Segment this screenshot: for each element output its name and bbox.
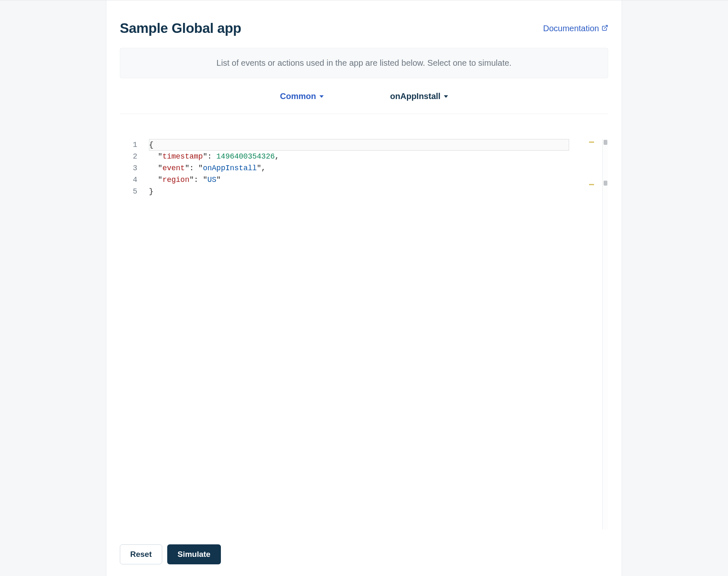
line-number: 4 bbox=[120, 174, 137, 186]
documentation-link[interactable]: Documentation bbox=[543, 24, 608, 33]
header-row: Sample Global app Documentation bbox=[120, 20, 608, 48]
editor-overview-ruler bbox=[586, 139, 594, 529]
line-number-gutter: 1 2 3 4 5 bbox=[120, 139, 145, 529]
event-dropdown[interactable]: onAppInstall bbox=[390, 92, 448, 101]
simulate-button[interactable]: Simulate bbox=[167, 544, 221, 564]
line-number: 2 bbox=[120, 151, 137, 162]
line-number: 1 bbox=[120, 139, 137, 151]
code-line: "event": "onAppInstall", bbox=[149, 162, 602, 174]
page-title: Sample Global app bbox=[120, 20, 241, 36]
scrollbar-thumb[interactable] bbox=[604, 140, 607, 145]
svg-line-0 bbox=[604, 25, 607, 28]
category-dropdown[interactable]: Common bbox=[280, 92, 324, 101]
documentation-link-label: Documentation bbox=[543, 24, 599, 33]
code-line: { bbox=[149, 139, 602, 151]
dropdown-row: Common onAppInstall bbox=[120, 78, 608, 114]
code-content[interactable]: { "timestamp": 1496400354326, "event": "… bbox=[145, 139, 602, 529]
caret-down-icon bbox=[444, 95, 448, 98]
code-line: "timestamp": 1496400354326, bbox=[149, 151, 602, 162]
caret-down-icon bbox=[319, 95, 324, 98]
footer-actions: Reset Simulate bbox=[120, 529, 608, 564]
code-line: } bbox=[149, 186, 602, 197]
line-number: 3 bbox=[120, 162, 137, 174]
category-dropdown-label: Common bbox=[280, 92, 316, 101]
reset-button[interactable]: Reset bbox=[120, 544, 162, 564]
info-bar: List of events or actions used in the ap… bbox=[120, 48, 608, 78]
code-editor[interactable]: 1 2 3 4 5 { "timestamp": 1496400354326, … bbox=[120, 139, 608, 529]
main-panel: Sample Global app Documentation List of … bbox=[106, 0, 622, 576]
vertical-scrollbar[interactable] bbox=[602, 139, 608, 529]
code-line: "region": "US" bbox=[149, 174, 602, 186]
scrollbar-thumb[interactable] bbox=[604, 181, 607, 186]
event-dropdown-label: onAppInstall bbox=[390, 92, 441, 101]
line-number: 5 bbox=[120, 186, 137, 197]
external-link-icon bbox=[602, 24, 608, 33]
info-message: List of events or actions used in the ap… bbox=[216, 58, 511, 67]
